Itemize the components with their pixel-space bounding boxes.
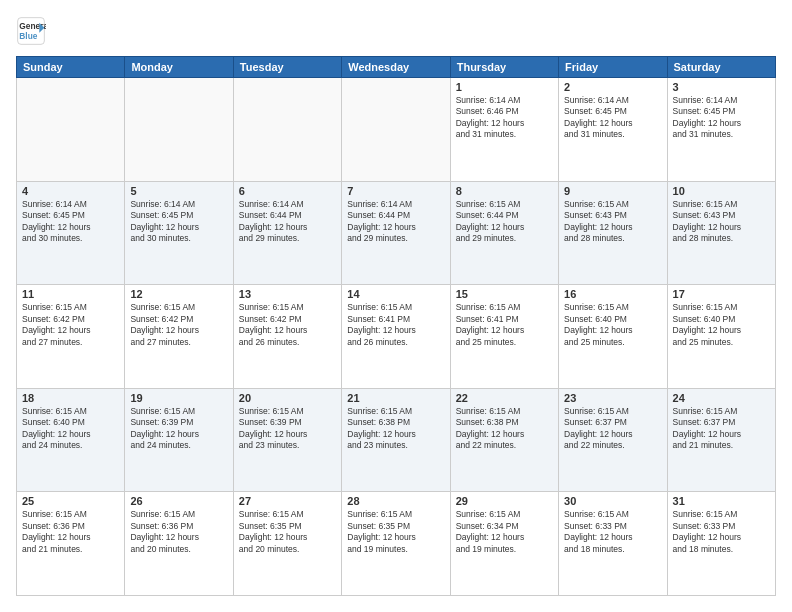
day-number: 2 xyxy=(564,81,661,93)
weekday-header-friday: Friday xyxy=(559,57,667,78)
calendar-cell: 3Sunrise: 6:14 AM Sunset: 6:45 PM Daylig… xyxy=(667,78,775,182)
calendar-cell: 22Sunrise: 6:15 AM Sunset: 6:38 PM Dayli… xyxy=(450,388,558,492)
weekday-header-wednesday: Wednesday xyxy=(342,57,450,78)
day-number: 27 xyxy=(239,495,336,507)
calendar-cell: 18Sunrise: 6:15 AM Sunset: 6:40 PM Dayli… xyxy=(17,388,125,492)
day-number: 4 xyxy=(22,185,119,197)
day-number: 22 xyxy=(456,392,553,404)
calendar-cell xyxy=(17,78,125,182)
calendar-cell: 1Sunrise: 6:14 AM Sunset: 6:46 PM Daylig… xyxy=(450,78,558,182)
calendar-cell: 12Sunrise: 6:15 AM Sunset: 6:42 PM Dayli… xyxy=(125,285,233,389)
weekday-header-monday: Monday xyxy=(125,57,233,78)
calendar-cell xyxy=(233,78,341,182)
day-info: Sunrise: 6:15 AM Sunset: 6:41 PM Dayligh… xyxy=(456,302,553,348)
calendar-cell: 26Sunrise: 6:15 AM Sunset: 6:36 PM Dayli… xyxy=(125,492,233,596)
day-number: 12 xyxy=(130,288,227,300)
calendar-week-row: 18Sunrise: 6:15 AM Sunset: 6:40 PM Dayli… xyxy=(17,388,776,492)
day-info: Sunrise: 6:15 AM Sunset: 6:41 PM Dayligh… xyxy=(347,302,444,348)
day-number: 13 xyxy=(239,288,336,300)
day-number: 24 xyxy=(673,392,770,404)
day-info: Sunrise: 6:15 AM Sunset: 6:44 PM Dayligh… xyxy=(456,199,553,245)
calendar-week-row: 25Sunrise: 6:15 AM Sunset: 6:36 PM Dayli… xyxy=(17,492,776,596)
day-info: Sunrise: 6:15 AM Sunset: 6:33 PM Dayligh… xyxy=(673,509,770,555)
calendar-cell: 17Sunrise: 6:15 AM Sunset: 6:40 PM Dayli… xyxy=(667,285,775,389)
day-info: Sunrise: 6:14 AM Sunset: 6:46 PM Dayligh… xyxy=(456,95,553,141)
day-number: 20 xyxy=(239,392,336,404)
day-info: Sunrise: 6:15 AM Sunset: 6:39 PM Dayligh… xyxy=(130,406,227,452)
calendar-table: SundayMondayTuesdayWednesdayThursdayFrid… xyxy=(16,56,776,596)
calendar-cell: 25Sunrise: 6:15 AM Sunset: 6:36 PM Dayli… xyxy=(17,492,125,596)
day-number: 17 xyxy=(673,288,770,300)
day-info: Sunrise: 6:14 AM Sunset: 6:44 PM Dayligh… xyxy=(347,199,444,245)
day-number: 29 xyxy=(456,495,553,507)
day-number: 26 xyxy=(130,495,227,507)
calendar-cell xyxy=(125,78,233,182)
day-info: Sunrise: 6:15 AM Sunset: 6:38 PM Dayligh… xyxy=(456,406,553,452)
svg-text:Blue: Blue xyxy=(19,31,37,41)
day-info: Sunrise: 6:15 AM Sunset: 6:40 PM Dayligh… xyxy=(22,406,119,452)
calendar-cell: 21Sunrise: 6:15 AM Sunset: 6:38 PM Dayli… xyxy=(342,388,450,492)
day-info: Sunrise: 6:14 AM Sunset: 6:44 PM Dayligh… xyxy=(239,199,336,245)
weekday-header-tuesday: Tuesday xyxy=(233,57,341,78)
day-number: 14 xyxy=(347,288,444,300)
day-info: Sunrise: 6:15 AM Sunset: 6:43 PM Dayligh… xyxy=(673,199,770,245)
calendar-cell: 14Sunrise: 6:15 AM Sunset: 6:41 PM Dayli… xyxy=(342,285,450,389)
day-info: Sunrise: 6:14 AM Sunset: 6:45 PM Dayligh… xyxy=(130,199,227,245)
day-number: 5 xyxy=(130,185,227,197)
day-info: Sunrise: 6:14 AM Sunset: 6:45 PM Dayligh… xyxy=(673,95,770,141)
logo: General Blue xyxy=(16,16,46,46)
day-info: Sunrise: 6:15 AM Sunset: 6:39 PM Dayligh… xyxy=(239,406,336,452)
day-number: 18 xyxy=(22,392,119,404)
day-number: 23 xyxy=(564,392,661,404)
calendar-cell: 23Sunrise: 6:15 AM Sunset: 6:37 PM Dayli… xyxy=(559,388,667,492)
day-number: 31 xyxy=(673,495,770,507)
calendar-cell: 7Sunrise: 6:14 AM Sunset: 6:44 PM Daylig… xyxy=(342,181,450,285)
calendar-cell: 10Sunrise: 6:15 AM Sunset: 6:43 PM Dayli… xyxy=(667,181,775,285)
calendar-cell: 28Sunrise: 6:15 AM Sunset: 6:35 PM Dayli… xyxy=(342,492,450,596)
day-info: Sunrise: 6:15 AM Sunset: 6:37 PM Dayligh… xyxy=(673,406,770,452)
calendar-cell: 11Sunrise: 6:15 AM Sunset: 6:42 PM Dayli… xyxy=(17,285,125,389)
day-number: 15 xyxy=(456,288,553,300)
logo-icon: General Blue xyxy=(16,16,46,46)
day-info: Sunrise: 6:15 AM Sunset: 6:36 PM Dayligh… xyxy=(130,509,227,555)
day-info: Sunrise: 6:15 AM Sunset: 6:33 PM Dayligh… xyxy=(564,509,661,555)
day-number: 3 xyxy=(673,81,770,93)
day-info: Sunrise: 6:15 AM Sunset: 6:35 PM Dayligh… xyxy=(347,509,444,555)
day-info: Sunrise: 6:15 AM Sunset: 6:40 PM Dayligh… xyxy=(673,302,770,348)
calendar-cell: 31Sunrise: 6:15 AM Sunset: 6:33 PM Dayli… xyxy=(667,492,775,596)
day-info: Sunrise: 6:15 AM Sunset: 6:43 PM Dayligh… xyxy=(564,199,661,245)
calendar-cell: 16Sunrise: 6:15 AM Sunset: 6:40 PM Dayli… xyxy=(559,285,667,389)
weekday-header-thursday: Thursday xyxy=(450,57,558,78)
day-number: 9 xyxy=(564,185,661,197)
calendar-cell xyxy=(342,78,450,182)
weekday-header-sunday: Sunday xyxy=(17,57,125,78)
calendar-week-row: 1Sunrise: 6:14 AM Sunset: 6:46 PM Daylig… xyxy=(17,78,776,182)
day-number: 25 xyxy=(22,495,119,507)
day-info: Sunrise: 6:15 AM Sunset: 6:42 PM Dayligh… xyxy=(130,302,227,348)
calendar-cell: 4Sunrise: 6:14 AM Sunset: 6:45 PM Daylig… xyxy=(17,181,125,285)
day-number: 11 xyxy=(22,288,119,300)
calendar-cell: 5Sunrise: 6:14 AM Sunset: 6:45 PM Daylig… xyxy=(125,181,233,285)
day-info: Sunrise: 6:15 AM Sunset: 6:42 PM Dayligh… xyxy=(22,302,119,348)
calendar-cell: 20Sunrise: 6:15 AM Sunset: 6:39 PM Dayli… xyxy=(233,388,341,492)
day-number: 19 xyxy=(130,392,227,404)
calendar-cell: 29Sunrise: 6:15 AM Sunset: 6:34 PM Dayli… xyxy=(450,492,558,596)
calendar-week-row: 4Sunrise: 6:14 AM Sunset: 6:45 PM Daylig… xyxy=(17,181,776,285)
page: General Blue SundayMondayTuesdayWednesda… xyxy=(0,0,792,612)
day-number: 28 xyxy=(347,495,444,507)
calendar-cell: 2Sunrise: 6:14 AM Sunset: 6:45 PM Daylig… xyxy=(559,78,667,182)
day-info: Sunrise: 6:14 AM Sunset: 6:45 PM Dayligh… xyxy=(564,95,661,141)
calendar-cell: 6Sunrise: 6:14 AM Sunset: 6:44 PM Daylig… xyxy=(233,181,341,285)
day-number: 30 xyxy=(564,495,661,507)
calendar-cell: 15Sunrise: 6:15 AM Sunset: 6:41 PM Dayli… xyxy=(450,285,558,389)
day-info: Sunrise: 6:15 AM Sunset: 6:37 PM Dayligh… xyxy=(564,406,661,452)
calendar-cell: 13Sunrise: 6:15 AM Sunset: 6:42 PM Dayli… xyxy=(233,285,341,389)
day-info: Sunrise: 6:14 AM Sunset: 6:45 PM Dayligh… xyxy=(22,199,119,245)
day-number: 1 xyxy=(456,81,553,93)
calendar-cell: 8Sunrise: 6:15 AM Sunset: 6:44 PM Daylig… xyxy=(450,181,558,285)
day-info: Sunrise: 6:15 AM Sunset: 6:35 PM Dayligh… xyxy=(239,509,336,555)
day-info: Sunrise: 6:15 AM Sunset: 6:38 PM Dayligh… xyxy=(347,406,444,452)
day-number: 6 xyxy=(239,185,336,197)
calendar-cell: 27Sunrise: 6:15 AM Sunset: 6:35 PM Dayli… xyxy=(233,492,341,596)
calendar-week-row: 11Sunrise: 6:15 AM Sunset: 6:42 PM Dayli… xyxy=(17,285,776,389)
